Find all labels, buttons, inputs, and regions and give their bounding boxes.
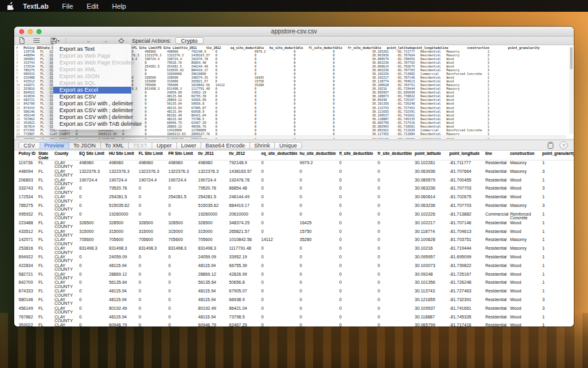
table-cell: 0 [78, 272, 108, 281]
table-cell: 0 [260, 246, 298, 255]
tab-preview[interactable]: Preview [40, 142, 69, 149]
vertical-scrollbar[interactable] [569, 46, 573, 134]
table-cell: 0 [338, 315, 376, 323]
table-cell: CLAY COUNTY [53, 280, 78, 289]
export-menu-item[interactable]: Export as Text [53, 46, 131, 53]
table-row[interactable]: 223488FLCLAY COUNTY328500328500328500328… [17, 221, 574, 229]
tab-unique[interactable]: Unique [274, 142, 302, 149]
table-cell: 0 [137, 297, 167, 306]
table-row[interactable]: 206893FLCLAY COUNTY190724.4190724.419072… [17, 178, 574, 186]
table-cell: FL [37, 169, 53, 178]
table-pane[interactable]: Policy IDState CodeCountyEQ Site LimitHU… [14, 151, 574, 326]
table-cell: 30.109537 [413, 306, 448, 315]
table-cell: 0 [338, 237, 376, 246]
tab-shrink[interactable]: Shrink [249, 142, 275, 149]
table-cell: 62467.29 [228, 323, 260, 326]
table-header-cell: FR Site Limit [167, 151, 197, 160]
table-row[interactable]: 142071FLCLAY COUNTY705600705600705600705… [17, 237, 574, 246]
vertical-scrollbar-thumb[interactable] [570, 47, 573, 69]
table-cell: Wood [509, 289, 541, 297]
tab-to-json[interactable]: To JSON [69, 142, 101, 149]
menubar-item-help[interactable]: Help [112, 2, 126, 10]
table-cell: 254281.5 [197, 195, 228, 203]
tab-csv[interactable]: CSV [19, 142, 40, 149]
tab-lower[interactable]: Lower [176, 142, 202, 149]
table-cell: 0 [260, 315, 298, 323]
export-menu-item[interactable]: Export as CSV with ; delimiter [53, 107, 131, 114]
table-row[interactable]: 448094FLCLAY COUNTY1322376.31322376.3132… [17, 169, 574, 178]
table-cell: 0 [298, 178, 338, 186]
table-cell: Residential [484, 255, 509, 263]
special-actions-label: Special Actions: [132, 38, 171, 44]
table-cell: 0 [338, 212, 376, 221]
help-icon[interactable]: ? [560, 141, 568, 149]
clipboard-icon[interactable] [548, 142, 553, 149]
table-cell: 73798.5 [228, 315, 260, 323]
table-cell: 705600 [197, 237, 228, 246]
horizontal-scrollbar[interactable] [15, 135, 566, 138]
table-cell: Residential [484, 272, 509, 281]
table-row[interactable]: 422834FLCLAY COUNTY048115.940048115.9466… [17, 263, 574, 272]
table-cell: Masonry [509, 203, 541, 212]
export-menu-item[interactable]: Export as CSV with | delimiter [53, 114, 131, 121]
table-cell: 0 [78, 186, 108, 195]
tab-bar: CSVPreviewTo JSONTo XMLTEXTUpperLowerBas… [14, 141, 574, 151]
table-cell: CLAY COUNTY [53, 178, 78, 186]
crypto-button[interactable]: Crypto [175, 37, 204, 44]
table-cell: 1438163.57 [228, 169, 260, 178]
table-cell: 0 [78, 255, 108, 263]
horizontal-scrollbar-thumb[interactable] [16, 136, 202, 138]
window-titlebar[interactable]: appstore-csv.csv [14, 27, 574, 37]
table-row[interactable]: 767862FLCLAY COUNTY048115.940048115.9473… [17, 315, 574, 323]
table-cell: 0 [376, 323, 413, 326]
table-cell: 0 [298, 195, 338, 203]
table-row[interactable]: 333743FLCLAY COUNTY079520.760079520.7686… [17, 186, 574, 195]
table-row[interactable]: 995932FLCLAY COUNTY019260000001926000020… [17, 212, 574, 221]
table-cell: 0 [137, 289, 167, 297]
table-cell: -81.700455 [448, 178, 484, 186]
export-menu-item[interactable]: Export as CSV [53, 94, 131, 100]
table-cell: CLAY COUNTY [53, 237, 78, 246]
tab-base64-encode[interactable]: Base64 Encode [201, 142, 250, 149]
table-cell: 56135.64 [197, 280, 228, 289]
table-cell: 28869.12 [108, 272, 137, 281]
menubar-item-textlab[interactable]: TextLab [23, 2, 48, 10]
table-row[interactable]: 894922FLCLAY COUNTY024059.090024059.0933… [17, 255, 574, 263]
table-cell: 705600 [137, 237, 167, 246]
table-cell: 1322376.3 [197, 169, 228, 178]
menubar-item-file[interactable]: File [62, 2, 73, 10]
table-cell: 0 [78, 203, 108, 212]
table-row[interactable]: 580146FLCLAY COUNTY048115.940048115.9466… [17, 297, 574, 306]
export-menu-item[interactable]: Export as CSV with TAB delimiter [53, 121, 131, 128]
table-cell: 831498.3 [78, 246, 108, 255]
export-menu-item[interactable]: Export as Excel [53, 87, 131, 94]
table-cell: Residential [484, 289, 509, 297]
table-cell: 515035.62 [108, 203, 137, 212]
apple-menu-icon[interactable] [7, 2, 14, 10]
table-cell: 0 [78, 289, 108, 297]
tab-upper[interactable]: Upper [152, 142, 177, 149]
table-cell: 60946.79 [197, 323, 228, 326]
table-row[interactable]: 842700FLCLAY COUNTY056135.640056135.6450… [17, 280, 574, 289]
table-cell: 0 [338, 178, 376, 186]
table-row[interactable]: 119736FLCLAY COUNTY498960498960498960498… [17, 160, 574, 169]
table-cell: -81.707703 [448, 186, 484, 195]
table-cell: 254281.5 [167, 195, 197, 203]
table-row[interactable]: 582721FLCLAY COUNTY028869.120028869.1242… [17, 272, 574, 281]
table-row[interactable]: 785275FLCLAY COUNTY0515035.6200515035.62… [17, 203, 574, 212]
table-row[interactable]: 172534FLCLAY COUNTY0254281.50254281.5254… [17, 195, 574, 203]
export-menu-item[interactable]: Export as CSV with , delimiter [53, 100, 131, 107]
table-cell: CLAY COUNTY [53, 212, 78, 221]
table-row[interactable]: 353022FLCLAY COUNTY060946.790060946.7962… [17, 323, 574, 326]
table-row[interactable]: 456149FLCLAY COUNTY080192.490080192.4986… [17, 306, 574, 315]
table-row[interactable]: 433512FLCLAY COUNTY315000315000315000315… [17, 229, 574, 238]
table-cell: 0 [338, 221, 376, 229]
table-row[interactable]: 874333FLCLAY COUNTY048115.940048115.9467… [17, 289, 574, 297]
menubar-item-edit[interactable]: Edit [87, 2, 98, 10]
new-document-icon[interactable] [19, 37, 25, 45]
table-row[interactable]: 253816FLCLAY COUNTY831498.3831498.383149… [17, 246, 574, 255]
table-header-cell: eq_site_deductible [260, 151, 298, 160]
table-cell: CLAY COUNTY [53, 195, 78, 203]
list-icon[interactable] [33, 37, 40, 45]
tab-to-xml[interactable]: To XML [100, 142, 129, 149]
